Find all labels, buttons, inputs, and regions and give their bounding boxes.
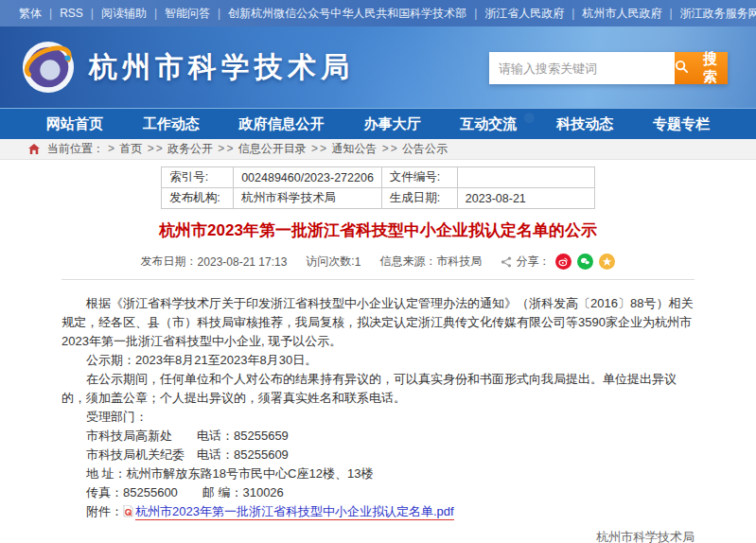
nav-item[interactable]: 专题专栏	[653, 115, 710, 133]
paragraph: 在公示期间，任何单位和个人对公布的结果持有异议的，可以真实身份和书面形式向我局提…	[62, 370, 694, 408]
attachment-label: 附件：	[86, 504, 123, 518]
nav-item[interactable]: 互动交流	[460, 115, 517, 133]
paragraph: 根据《浙江省科学技术厅关于印发浙江省科技型中小企业认定管理办法的通知》（浙科发高…	[62, 294, 694, 351]
home-icon[interactable]	[28, 144, 40, 154]
paragraph: 市科技局高新处 电话：85255659	[62, 427, 694, 446]
weibo-share-icon[interactable]	[555, 254, 571, 270]
share-icon	[501, 256, 512, 268]
info-source-value: 市科技局	[436, 254, 482, 270]
nav-item[interactable]: 网站首页	[46, 115, 103, 133]
content-area: 索引号: 002489460/2023-272206 文件编号: 发布机构: 杭…	[0, 160, 756, 543]
nav-item[interactable]: 工作动态	[143, 115, 200, 133]
article-body: 根据《浙江省科学技术厅关于印发浙江省科技型中小企业认定管理办法的通知》（浙科发高…	[62, 294, 694, 502]
info-source-label: 信息来源：	[379, 254, 436, 270]
search-input[interactable]	[489, 52, 675, 84]
bureau-logo[interactable]	[21, 40, 76, 95]
page: 繁体RSS阅读辅助智能问答创新杭州微信公众号 中华人民共和国科学技术部浙江省人民…	[0, 0, 756, 543]
main-nav: 网站首页工作动态政府信息公开办事大厅互动交流科技动态专题专栏	[0, 109, 756, 139]
topbar-link[interactable]: 杭州市人民政府	[564, 6, 661, 22]
publisher-label: 发布机构:	[162, 188, 234, 209]
breadcrumb-item[interactable]: 公告公示	[389, 142, 448, 155]
attachment-link[interactable]: 杭州市2023年第一批浙江省科技型中小企业拟认定名单.pdf	[135, 504, 454, 520]
topbar-link[interactable]: 阅读辅助	[83, 6, 147, 22]
site-header: 杭州市科学技术局 搜 索	[0, 26, 756, 109]
nav-item[interactable]: 办事大厅	[363, 115, 420, 133]
nav-item[interactable]: 政府信息公开	[239, 115, 325, 133]
breadcrumb-item[interactable]: 信息公开目录	[224, 142, 318, 155]
topbar-link[interactable]: 中华人民共和国科学技术部	[330, 6, 466, 22]
article-meta: 发布日期： 2023-08-21 17:13 访问次数: 1 信息来源： 市科技…	[62, 254, 694, 280]
topbar-link[interactable]: RSS	[42, 7, 83, 20]
site-title: 杭州市科学技术局	[89, 48, 354, 87]
index-value: 002489460/2023-272206	[234, 167, 382, 188]
topbar-link[interactable]: 创新杭州微信公众号	[210, 6, 330, 22]
pdf-icon	[123, 505, 133, 517]
visit-count-label: 访问次数:	[306, 254, 354, 270]
share-group: 分享：	[501, 254, 615, 270]
nav-item[interactable]: 科技动态	[556, 115, 613, 133]
search-icon	[675, 60, 689, 77]
breadcrumb: 当前位置： 首页政务公开信息公开目录通知公告公告公示	[0, 139, 756, 160]
breadcrumb-item[interactable]: 通知公告	[318, 142, 389, 155]
topbar-link[interactable]: 浙江政务服务网	[661, 6, 756, 22]
topbar-link[interactable]: 智能问答	[147, 6, 210, 22]
breadcrumb-item[interactable]: 首页	[106, 142, 154, 155]
visit-count: 访问次数: 1	[306, 254, 360, 270]
topbar-right-links: 中华人民共和国科学技术部浙江省人民政府杭州市人民政府浙江政务服务网用户中心	[330, 6, 756, 22]
topbar-link[interactable]: 繁体	[19, 6, 42, 22]
paragraph: 公示期：2023年8月21至2023年8月30日。	[62, 351, 694, 370]
publish-date: 发布日期： 2023-08-21 17:13	[141, 254, 288, 270]
share-label: 分享：	[516, 254, 550, 270]
paragraph: 受理部门：	[62, 408, 694, 427]
publish-date-label: 发布日期：	[141, 254, 198, 270]
search-bar: 搜 索	[489, 52, 728, 84]
gen-date-label: 生成日期:	[381, 188, 457, 209]
file-no-label: 文件编号:	[381, 167, 457, 188]
wechat-share-icon[interactable]	[577, 254, 593, 270]
qzone-share-icon[interactable]	[599, 254, 615, 270]
article-title: 杭州市2023年第一批浙江省科技型中小企业拟认定名单的公示	[62, 219, 694, 241]
gen-date-value: 2023-08-21	[457, 188, 594, 209]
doc-info-table: 索引号: 002489460/2023-272206 文件编号: 发布机构: 杭…	[161, 166, 595, 209]
breadcrumb-label: 当前位置：	[47, 141, 104, 157]
paragraph: 传真：85255600 邮 编：310026	[62, 483, 694, 502]
info-source: 信息来源： 市科技局	[379, 254, 482, 270]
visit-count-value: 1	[355, 255, 361, 269]
attachment-row: 附件：杭州市2023年第一批浙江省科技型中小企业拟认定名单.pdf	[62, 502, 694, 521]
publisher-value: 杭州市科学技术局	[234, 188, 382, 209]
index-label: 索引号:	[162, 167, 234, 188]
paragraph: 市科技局机关纪委 电话：85255609	[62, 446, 694, 464]
search-button-label: 搜 索	[694, 50, 728, 86]
topbar-link[interactable]: 浙江省人民政府	[466, 6, 564, 22]
signature-block: 杭州市科学技术局 2023年8月21日	[62, 527, 694, 543]
search-button[interactable]: 搜 索	[675, 52, 728, 84]
breadcrumb-item[interactable]: 政务公开	[154, 142, 225, 155]
paragraph: 地 址：杭州市解放东路18号市民中心C座12楼、13楼	[62, 464, 694, 483]
publish-date-value: 2023-08-21 17:13	[198, 255, 288, 269]
signature-org: 杭州市科学技术局	[62, 527, 694, 543]
breadcrumb-items: 首页政务公开信息公开目录通知公告公告公示	[106, 141, 448, 157]
topbar-left-links: 繁体RSS阅读辅助智能问答创新杭州微信公众号	[19, 6, 330, 22]
file-no-value	[457, 167, 594, 188]
topbar: 繁体RSS阅读辅助智能问答创新杭州微信公众号 中华人民共和国科学技术部浙江省人民…	[0, 0, 756, 26]
